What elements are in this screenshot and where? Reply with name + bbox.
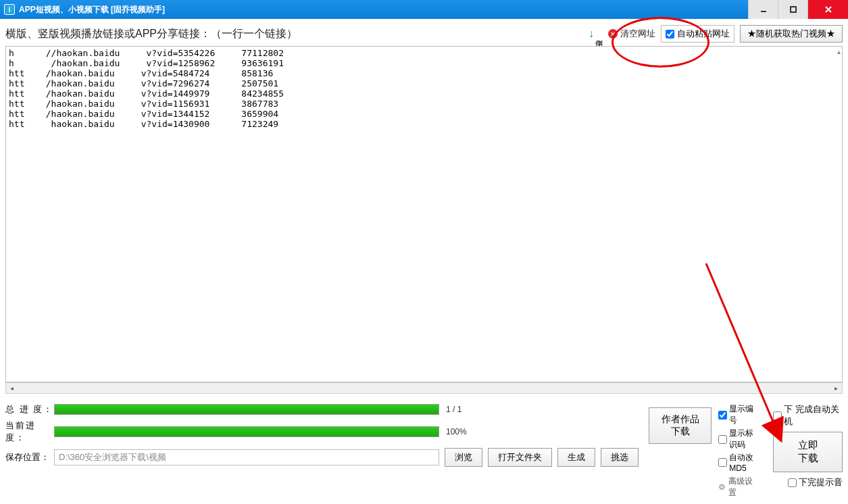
done-sound-checkbox[interactable]: 下完提示音 bbox=[788, 476, 843, 488]
current-progress-text: 100% bbox=[446, 427, 467, 436]
arrow-down-icon: ↓ bbox=[589, 28, 594, 40]
download-now-button[interactable]: 立即下载 bbox=[773, 432, 843, 472]
auto-shutdown-checkbox[interactable]: 下 完成自动关机 bbox=[773, 403, 843, 428]
author-works-button[interactable]: 作者作品下载 bbox=[649, 407, 712, 444]
open-folder-button[interactable]: 打开文件夹 bbox=[488, 448, 552, 467]
auto-paste-checkbox[interactable]: 自动粘贴网址 bbox=[661, 25, 734, 43]
url-instruction-label: 横版、竖版视频播放链接或APP分享链接：（一行一个链接） bbox=[5, 27, 297, 41]
save-path-input[interactable] bbox=[54, 449, 439, 465]
bottom-panel: 总 进 度： 1 / 1 当前进度： 100% 保存位置： 浏览 bbox=[5, 401, 843, 499]
auto-paste-label: 自动粘贴网址 bbox=[677, 28, 730, 40]
options-column: 显示编号 显示标识码 自动改MD5 ⚙ 高级设置 bbox=[718, 403, 759, 499]
auto-md5-checkbox[interactable]: 自动改MD5 bbox=[718, 452, 759, 473]
reverse-sort-button[interactable]: ↓ 倒序 bbox=[589, 28, 603, 40]
url-textarea[interactable] bbox=[6, 47, 842, 382]
show-number-checkbox[interactable]: 显示编号 bbox=[718, 403, 759, 426]
svg-rect-1 bbox=[791, 7, 796, 12]
generate-button[interactable]: 生成 bbox=[557, 448, 595, 467]
close-button[interactable] bbox=[807, 0, 848, 19]
url-textarea-container: ▴ bbox=[5, 46, 843, 382]
total-progress-label: 总 进 度： bbox=[5, 403, 54, 415]
random-hot-button[interactable]: ★随机获取热门视频★ bbox=[740, 25, 843, 43]
total-progress-bar bbox=[54, 404, 439, 415]
right-actions-column: 下 完成自动关机 立即下载 下完提示音 bbox=[773, 403, 843, 491]
advanced-settings-link[interactable]: ⚙ 高级设置 bbox=[718, 476, 759, 499]
save-location-label: 保存位置： bbox=[5, 451, 54, 463]
scroll-right-icon[interactable]: ▸ bbox=[830, 383, 842, 393]
browse-button[interactable]: 浏览 bbox=[445, 448, 482, 467]
clear-urls-button[interactable]: ✕ 清空网址 bbox=[608, 28, 655, 40]
scroll-up-icon[interactable]: ▴ bbox=[837, 48, 841, 55]
window-title: APP短视频、小视频下载 [固乔视频助手] bbox=[19, 4, 165, 16]
show-id-checkbox[interactable]: 显示标识码 bbox=[718, 428, 759, 451]
pick-button[interactable]: 挑选 bbox=[601, 448, 639, 467]
minimize-button[interactable] bbox=[748, 0, 778, 19]
auto-paste-input[interactable] bbox=[666, 30, 674, 39]
scroll-left-icon[interactable]: ◂ bbox=[6, 383, 18, 393]
total-progress-text: 1 / 1 bbox=[446, 405, 462, 414]
titlebar: i APP短视频、小视频下载 [固乔视频助手] bbox=[0, 0, 848, 19]
current-progress-label: 当前进度： bbox=[5, 420, 54, 444]
app-icon: i bbox=[4, 4, 15, 15]
clear-label: 清空网址 bbox=[620, 28, 655, 40]
current-progress-bar bbox=[54, 426, 439, 437]
clear-x-icon: ✕ bbox=[608, 29, 618, 39]
horizontal-scrollbar[interactable]: ◂ ▸ bbox=[5, 382, 843, 394]
maximize-button[interactable] bbox=[778, 0, 807, 19]
gear-icon: ⚙ bbox=[718, 482, 726, 492]
top-toolbar: 横版、竖版视频播放链接或APP分享链接：（一行一个链接） ↓ 倒序 ✕ 清空网址… bbox=[5, 24, 843, 43]
